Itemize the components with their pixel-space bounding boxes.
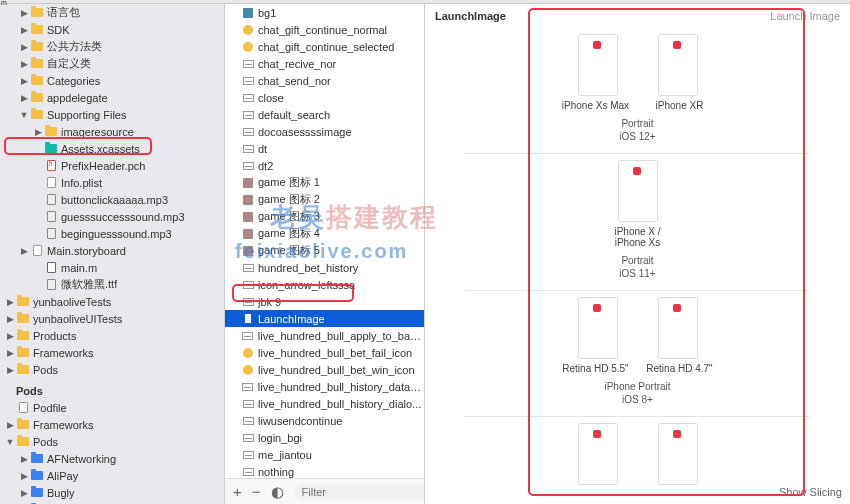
item-label: dt2 xyxy=(258,160,273,172)
disclosure-icon[interactable]: ▶ xyxy=(32,127,44,137)
row-game-1[interactable]: game 图标 1 xyxy=(225,174,424,191)
item-label: AliPay xyxy=(47,470,78,482)
row-bg1[interactable]: bg1 xyxy=(225,4,424,21)
row-products[interactable]: ▶Products xyxy=(0,327,224,344)
row-close[interactable]: close xyxy=(225,89,424,106)
row-yunbaoliveuitests[interactable]: ▶yunbaoliveUITests xyxy=(0,310,224,327)
row-launchimage[interactable]: LaunchImage xyxy=(225,310,424,327)
disclosure-icon[interactable]: ▼ xyxy=(4,437,16,447)
item-icon xyxy=(241,449,255,461)
row-game-4[interactable]: game 图标 4 xyxy=(225,225,424,242)
item-label: hundred_bet_history xyxy=(258,262,358,274)
row--[interactable]: ▶公共方法类 xyxy=(0,38,224,55)
row-game-3[interactable]: game 图标 3 xyxy=(225,208,424,225)
row-live-hundred-bull-history-dialo-[interactable]: live_hundred_bull_history_dialo... xyxy=(225,395,424,412)
row-liwusendcontinue[interactable]: liwusendcontinue xyxy=(225,412,424,429)
image-well[interactable] xyxy=(658,423,698,485)
row-dt2[interactable]: dt2 xyxy=(225,157,424,174)
image-well[interactable] xyxy=(578,297,618,359)
row-chat-gift-continue-selected[interactable]: chat_gift_continue_selected xyxy=(225,38,424,55)
row-imageresource[interactable]: ▶imageresource xyxy=(0,123,224,140)
filter-input[interactable] xyxy=(294,484,425,500)
row-hundred-bet-history[interactable]: hundred_bet_history xyxy=(225,259,424,276)
row-pods[interactable]: ▼Pods xyxy=(0,433,224,450)
item-icon xyxy=(30,41,44,53)
show-slicing-button[interactable]: Show Slicing xyxy=(779,486,842,498)
item-label: login_bgi xyxy=(258,432,302,444)
image-well[interactable] xyxy=(578,34,618,96)
disclosure-icon[interactable]: ▶ xyxy=(4,420,16,430)
row--[interactable]: ▶自定义类 xyxy=(0,55,224,72)
item-icon xyxy=(16,296,30,308)
item-icon xyxy=(241,109,255,121)
disclosure-icon[interactable]: ▶ xyxy=(18,246,30,256)
row-pods[interactable]: ▶Pods xyxy=(0,361,224,378)
add-button[interactable]: + xyxy=(233,483,242,500)
row-guesssuccesssound-mp3[interactable]: guesssuccesssound.mp3 xyxy=(0,208,224,225)
row-supporting-files[interactable]: ▼Supporting Files xyxy=(0,106,224,123)
item-label: AFNetworking xyxy=(47,453,116,465)
item-label: Pods xyxy=(33,436,58,448)
image-well[interactable] xyxy=(618,160,658,222)
row-beginguesssound-mp3[interactable]: beginguesssound.mp3 xyxy=(0,225,224,242)
item-label: Bugly xyxy=(47,487,75,499)
image-well[interactable] xyxy=(578,423,618,485)
remove-button[interactable]: − xyxy=(252,483,261,500)
row-me-jiantou[interactable]: me_jiantou xyxy=(225,446,424,463)
row-afnetworking[interactable]: ▶AFNetworking xyxy=(0,450,224,467)
row-buttonclickaaaaa-mp3[interactable]: buttonclickaaaaa.mp3 xyxy=(0,191,224,208)
project-navigator[interactable]: ▶语言包▶SDK▶公共方法类▶自定义类▶Categories▶appdelega… xyxy=(0,4,225,504)
disclosure-icon[interactable]: ▶ xyxy=(18,25,30,35)
row-live-hundred-bull-history-data-[interactable]: live_hundred_bull_history_data_... xyxy=(225,378,424,395)
disclosure-icon[interactable]: ▶ xyxy=(18,471,30,481)
row-assets-xcassets[interactable]: Assets.xcassets xyxy=(0,140,224,157)
row-docoasessssimage[interactable]: docoasessssimage xyxy=(225,123,424,140)
row-bugly[interactable]: ▶Bugly xyxy=(0,484,224,501)
disclosure-icon[interactable]: ▶ xyxy=(4,348,16,358)
image-well[interactable] xyxy=(658,34,698,96)
row-live-hundred-bull-bet-fail-icon[interactable]: live_hundred_bull_bet_fail_icon xyxy=(225,344,424,361)
row--ttf[interactable]: 微软雅黑.ttf xyxy=(0,276,224,293)
row-chat-send-nor[interactable]: chat_send_nor xyxy=(225,72,424,89)
disclosure-icon[interactable]: ▶ xyxy=(18,454,30,464)
row--[interactable]: ▶语言包 xyxy=(0,4,224,21)
disclosure-icon[interactable]: ▶ xyxy=(4,365,16,375)
row-alipay[interactable]: ▶AliPay xyxy=(0,467,224,484)
row-icon-arrow-leftsssa[interactable]: icon_arrow_leftsssa xyxy=(225,276,424,293)
row-frameworks[interactable]: ▶Frameworks xyxy=(0,344,224,361)
row-jbk-9[interactable]: jbk 9 xyxy=(225,293,424,310)
image-well[interactable] xyxy=(658,297,698,359)
item-label: chat_gift_continue_selected xyxy=(258,41,394,53)
disclosure-icon[interactable]: ▼ xyxy=(18,110,30,120)
row-dt[interactable]: dt xyxy=(225,140,424,157)
row-prefixheader-pch[interactable]: PrefixHeader.pch xyxy=(0,157,224,174)
disclosure-icon[interactable]: ▶ xyxy=(4,297,16,307)
row-sdk[interactable]: ▶SDK xyxy=(0,21,224,38)
row-game-2[interactable]: game 图标 2 xyxy=(225,191,424,208)
row-main-storyboard[interactable]: ▶Main.storyboard xyxy=(0,242,224,259)
disclosure-icon[interactable]: ▶ xyxy=(18,488,30,498)
asset-catalog[interactable]: bg1chat_gift_continue_normalchat_gift_co… xyxy=(225,4,425,504)
row-live-hundred-bull-bet-win-icon[interactable]: live_hundred_bull_bet_win_icon xyxy=(225,361,424,378)
disclosure-icon[interactable]: ▶ xyxy=(18,59,30,69)
disclosure-icon[interactable]: ▶ xyxy=(4,331,16,341)
row-podfile[interactable]: Podfile xyxy=(0,399,224,416)
disclosure-icon[interactable]: ▶ xyxy=(18,42,30,52)
row-game-5[interactable]: game 图标 5 xyxy=(225,242,424,259)
row-info-plist[interactable]: Info.plist xyxy=(0,174,224,191)
row-live-hundred-bull-apply-to-ban-[interactable]: live_hundred_bull_apply_to_ban... xyxy=(225,327,424,344)
row-default-search[interactable]: default_search xyxy=(225,106,424,123)
row-chat-gift-continue-normal[interactable]: chat_gift_continue_normal xyxy=(225,21,424,38)
row-login-bgi[interactable]: login_bgi xyxy=(225,429,424,446)
row-yunbaolivetests[interactable]: ▶yunbaoliveTests xyxy=(0,293,224,310)
disclosure-icon[interactable]: ▶ xyxy=(18,8,30,18)
disclosure-icon[interactable]: ▶ xyxy=(4,314,16,324)
disclosure-icon[interactable]: ▶ xyxy=(18,93,30,103)
row-frameworks[interactable]: ▶Frameworks xyxy=(0,416,224,433)
disclosure-icon[interactable]: ▶ xyxy=(18,76,30,86)
row-categories[interactable]: ▶Categories xyxy=(0,72,224,89)
row-appdelegate[interactable]: ▶appdelegate xyxy=(0,89,224,106)
row-chat-recive-nor[interactable]: chat_recive_nor xyxy=(225,55,424,72)
item-label: SDK xyxy=(47,24,70,36)
row-main-m[interactable]: main.m xyxy=(0,259,224,276)
